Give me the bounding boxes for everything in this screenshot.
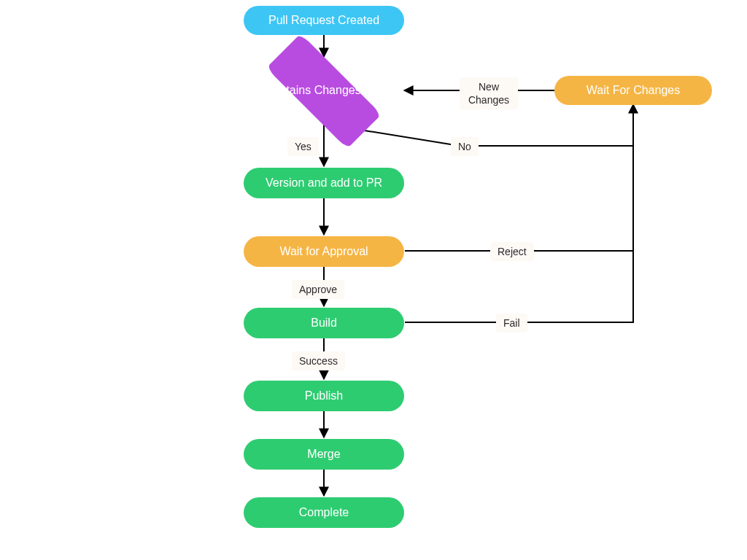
node-version-and-add-to-pr: Version and add to PR bbox=[244, 168, 404, 198]
node-label: Contains Changesets? bbox=[265, 83, 383, 98]
node-merge: Merge bbox=[244, 439, 404, 470]
edge-label-no: No bbox=[451, 137, 479, 156]
node-label: Publish bbox=[305, 389, 343, 402]
edge-label-success: Success bbox=[292, 351, 345, 370]
node-wait-for-changes: Wait For Changes bbox=[554, 76, 712, 105]
node-contains-changesets-text: Contains Changesets? bbox=[260, 70, 388, 111]
node-publish: Publish bbox=[244, 381, 404, 411]
node-label: Build bbox=[311, 316, 337, 330]
node-build: Build bbox=[244, 308, 404, 338]
node-label: Wait For Changes bbox=[587, 84, 680, 97]
node-label: Complete bbox=[299, 506, 349, 519]
edge-label-reject: Reject bbox=[490, 242, 534, 261]
edge-label-fail: Fail bbox=[496, 314, 527, 332]
node-label: Wait for Approval bbox=[279, 245, 368, 258]
node-label: Merge bbox=[307, 448, 340, 461]
node-label: Version and add to PR bbox=[266, 176, 382, 190]
node-complete: Complete bbox=[244, 497, 404, 528]
node-pull-request-created: Pull Request Created bbox=[244, 6, 404, 35]
edge-label-approve: Approve bbox=[292, 280, 344, 299]
node-wait-for-approval: Wait for Approval bbox=[244, 236, 404, 267]
node-label: Pull Request Created bbox=[268, 14, 379, 27]
edge-label-yes: Yes bbox=[287, 137, 319, 156]
edge-label-new-changes: New Changes bbox=[460, 77, 518, 109]
